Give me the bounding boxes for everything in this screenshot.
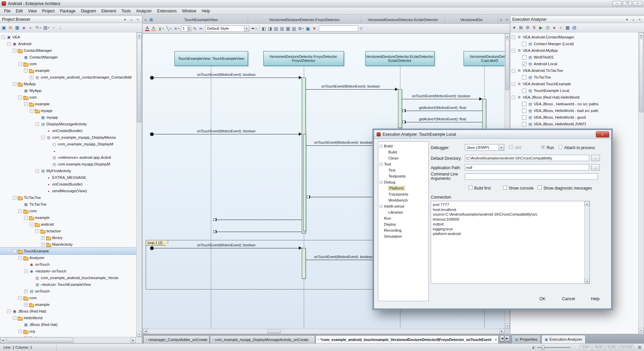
analyzer-config-item[interactable]: VEA.JBoss, HelloWorld - bad src path <box>510 107 638 114</box>
align-left-icon[interactable]: ◧ <box>262 26 266 31</box>
project-tree-item[interactable]: com.example.myapp.DisplayM <box>0 161 136 167</box>
project-tree-item[interactable]: −Android <box>0 40 136 47</box>
scroll-up-icon[interactable]: ▲ <box>639 33 644 38</box>
scroll-down-icon[interactable]: ▼ <box>505 323 510 328</box>
config-section-item[interactable]: Build <box>378 149 428 155</box>
project-tree-item[interactable]: sendMessage(View) <box>0 188 136 194</box>
collapse-icon[interactable]: − <box>13 316 16 320</box>
scrollbar-thumb[interactable] <box>639 39 643 112</box>
project-tree-item[interactable]: com_example_android_touchexample_Versio <box>0 274 136 281</box>
config-section-item[interactable]: Clean <box>378 155 428 161</box>
project-tree-item[interactable]: −example <box>0 101 136 107</box>
menu-window[interactable]: Window <box>179 8 199 14</box>
tab-overflow-icon[interactable]: » <box>143 18 148 22</box>
project-tree-item[interactable]: −MyFirstActivity <box>0 167 136 174</box>
message-line[interactable] <box>214 232 302 232</box>
menu-diagram[interactable]: Diagram <box>78 8 99 14</box>
project-tree-item[interactable] <box>0 147 136 154</box>
new-script-icon[interactable]: ⊞ <box>519 25 523 30</box>
profiler-icon[interactable]: ◷ <box>545 25 550 30</box>
checkbox[interactable] <box>522 62 526 66</box>
collapse-icon[interactable]: − <box>380 163 383 166</box>
search-icon[interactable]: ⌕ <box>28 25 33 30</box>
command-line-input[interactable] <box>465 173 598 180</box>
debug-icon[interactable]: ↯ <box>532 25 536 30</box>
project-tree-item[interactable]: −ContactManager <box>0 47 136 54</box>
fill-color-icon[interactable]: ▮▾ <box>158 26 164 31</box>
prev-tab-icon[interactable]: ◀ <box>500 336 504 341</box>
show-diagnostic-checkbox[interactable] <box>538 186 542 190</box>
config-section-item[interactable]: Test <box>378 167 428 173</box>
project-tree-item[interactable]: −example <box>0 214 136 221</box>
move-up-icon[interactable]: ↑ <box>51 25 56 30</box>
collapse-icon[interactable]: − <box>1 35 5 39</box>
align-top-icon[interactable]: ▤ <box>274 26 278 31</box>
chevron-down-icon[interactable]: ▼ <box>499 144 504 150</box>
project-tree-item[interactable]: JBoss (Red Hat) <box>0 321 136 328</box>
config-section-item[interactable]: Run <box>378 215 428 221</box>
collapse-icon[interactable]: − <box>35 229 39 233</box>
project-browser-hscrollbar[interactable]: ◀ ▶ <box>0 337 142 343</box>
style-select[interactable]: Default Style ▼ <box>205 25 249 32</box>
scrollbar-thumb[interactable] <box>267 329 281 333</box>
project-tree-item[interactable]: ContactManager <box>0 54 136 61</box>
line-style-icon[interactable]: ≡▾ <box>173 26 179 31</box>
activation-bar[interactable] <box>303 134 306 231</box>
build-icon[interactable]: ⚙ <box>525 25 530 30</box>
build-first-checkbox[interactable] <box>469 186 473 190</box>
diagram-tab[interactable]: VersionedGestureDetector.FroyoDetector <box>248 16 361 23</box>
collapse-icon[interactable]: − <box>512 82 515 86</box>
lifeline-head[interactable]: TouchExampleView: TouchExampleView <box>174 51 248 66</box>
project-tree-item[interactable]: −«testset» onTouch <box>0 268 136 274</box>
analyzer-config-item[interactable]: VEA.JBoss, HelloWorld - good <box>510 114 638 121</box>
collapse-icon[interactable]: − <box>13 82 16 86</box>
collapse-icon[interactable]: − <box>13 49 16 52</box>
font-icon[interactable]: A <box>145 26 149 31</box>
analyzer-menu-icon[interactable]: ▾ <box>512 25 516 30</box>
collapse-icon[interactable]: − <box>512 49 515 52</box>
recorder-icon[interactable]: ● <box>552 25 556 30</box>
panel-menu-icon[interactable]: ▾ <box>625 18 629 21</box>
collapse-icon[interactable]: − <box>18 96 22 99</box>
insert-image-icon[interactable]: ▣ <box>306 26 310 31</box>
message-line[interactable] <box>306 89 398 90</box>
chevron-down-icon[interactable]: ▾ <box>256 27 257 30</box>
project-tree-item[interactable]: onCreate(Bundle) <box>0 127 136 134</box>
config-section-item[interactable]: Recording <box>378 227 428 233</box>
default-directory-input[interactable] <box>465 155 589 161</box>
project-tree-item[interactable]: −com <box>0 94 136 101</box>
checkbox[interactable] <box>522 102 526 106</box>
chevron-down-icon[interactable]: ▾ <box>178 27 179 30</box>
analyzer-config-item[interactable]: TicTacToe <box>510 74 638 81</box>
collapse-icon[interactable]: − <box>35 122 39 126</box>
diagram-tab[interactable]: VersionedGestureDetector.EclairDetector <box>361 16 445 23</box>
checkbox[interactable] <box>522 109 526 113</box>
project-tree-item[interactable]: TicTacToe <box>0 201 136 208</box>
close-icon[interactable]: × <box>135 18 140 21</box>
scrollbar-thumb[interactable] <box>505 40 509 90</box>
line-width-spinner[interactable]: 1 ▲▼ <box>181 25 191 31</box>
menu-analyzer[interactable]: Analyzer <box>133 8 154 14</box>
apply-style-icon[interactable]: ✏ <box>199 26 204 31</box>
scrollbar-thumb[interactable] <box>6 338 73 343</box>
restore-button[interactable]: ❐ <box>623 1 632 6</box>
menu-tools[interactable]: Tools <box>119 8 133 14</box>
diagram-tab[interactable]: VersionedGe <box>445 16 498 23</box>
cancel-button[interactable]: Cancel <box>558 297 579 301</box>
collapse-icon[interactable]: − <box>512 96 515 99</box>
config-section-item[interactable]: Deploy <box>378 221 428 227</box>
diagram-options-icon[interactable]: ⚙▾ <box>298 26 304 31</box>
project-tree-item[interactable]: MyApp <box>0 87 136 94</box>
x64-checkbox[interactable] <box>509 145 513 149</box>
analyzer-config-item[interactable]: −VEA.Android.MyApp <box>510 47 638 54</box>
scroll-down-icon[interactable]: ▼ <box>639 328 644 333</box>
ok-button[interactable]: OK <box>534 297 551 301</box>
new-element-icon[interactable]: ◈ <box>22 25 26 30</box>
project-tree-item[interactable]: +MainActivity <box>0 241 136 248</box>
menu-project[interactable]: Project <box>39 8 57 14</box>
project-tree-item[interactable]: −myapp <box>0 107 136 114</box>
menu-help[interactable]: Help <box>199 8 213 14</box>
expand-icon[interactable]: + <box>24 289 28 293</box>
zoom-slider[interactable] <box>537 347 570 348</box>
project-tree-item[interactable]: −TicTacToe <box>0 194 136 201</box>
